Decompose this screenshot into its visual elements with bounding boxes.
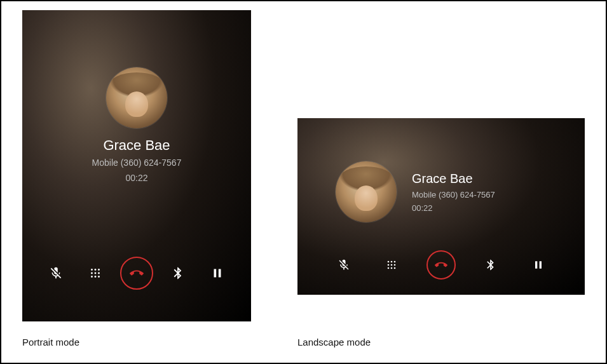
bluetooth-icon <box>484 259 497 271</box>
pause-icon <box>532 259 545 271</box>
end-call-button[interactable] <box>426 250 456 280</box>
bluetooth-button[interactable] <box>164 259 192 287</box>
call-duration: 00:22 <box>125 173 147 183</box>
end-call-icon <box>435 259 447 271</box>
dialpad-icon <box>385 259 398 271</box>
contact-avatar <box>336 161 397 222</box>
call-duration: 00:22 <box>412 203 495 213</box>
mute-off-icon <box>338 259 350 271</box>
dialpad-icon <box>88 266 102 280</box>
hold-button[interactable] <box>203 259 231 287</box>
end-call-button[interactable] <box>120 257 153 290</box>
portrait-caption: Portrait mode <box>22 337 79 347</box>
contact-name: Grace Bae <box>412 172 495 186</box>
dialpad-button[interactable] <box>81 259 109 287</box>
mute-button[interactable] <box>42 259 70 287</box>
mute-button[interactable] <box>332 253 356 277</box>
contact-name: Grace Bae <box>103 137 170 154</box>
landscape-caption: Landscape mode <box>297 337 371 347</box>
dialpad-button[interactable] <box>379 253 404 277</box>
mute-off-icon <box>49 266 63 280</box>
hold-button[interactable] <box>526 253 550 277</box>
landscape-call-screen: Grace Bae Mobile (360) 624-7567 00:22 <box>297 118 585 295</box>
contact-info-block: Grace Bae Mobile (360) 624-7567 00:22 <box>336 161 495 222</box>
end-call-icon <box>130 266 144 280</box>
bluetooth-button[interactable] <box>479 253 503 277</box>
call-controls <box>22 257 251 290</box>
contact-text: Grace Bae Mobile (360) 624-7567 00:22 <box>412 172 495 213</box>
call-controls <box>297 250 585 280</box>
figure-frame: Grace Bae Mobile (360) 624-7567 00:22 <box>0 0 607 364</box>
phone-label: Mobile (360) 624-7567 <box>92 158 182 168</box>
phone-label: Mobile (360) 624-7567 <box>412 190 495 199</box>
contact-avatar <box>106 67 167 128</box>
portrait-call-screen: Grace Bae Mobile (360) 624-7567 00:22 <box>22 10 251 321</box>
bluetooth-icon <box>171 266 185 280</box>
pause-icon <box>210 266 224 280</box>
contact-info-block: Grace Bae Mobile (360) 624-7567 00:22 <box>22 67 251 183</box>
